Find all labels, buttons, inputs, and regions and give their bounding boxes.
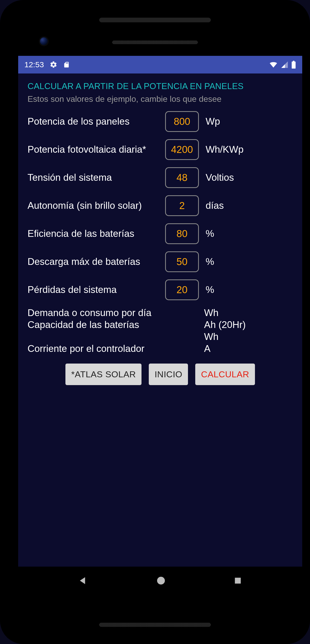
input-bat-eff[interactable]: 80: [165, 223, 199, 244]
nav-back-icon[interactable]: [78, 575, 89, 586]
svg-point-0: [157, 577, 165, 585]
label-capacity: Capacidad de las baterías: [28, 319, 204, 330]
label-pv-daily: Potencia fotovoltaica diaria*: [28, 144, 165, 155]
outputs: Demanda o consumo por día Wh Capacidad d…: [28, 307, 293, 354]
output-row-capacity-wh: Wh: [28, 331, 293, 342]
battery-icon: [291, 61, 296, 69]
label-bat-eff: Eficiencia de las baterías: [28, 228, 165, 239]
phone-speaker-bottom: [99, 623, 211, 627]
unit-demand: Wh: [204, 307, 219, 318]
input-bat-dod[interactable]: 50: [165, 251, 199, 272]
input-row-panel-power: Potencia de los paneles 800 Wp: [28, 111, 293, 132]
status-left: 12:53: [24, 60, 70, 69]
unit-current: A: [204, 343, 211, 354]
calculate-button[interactable]: CALCULAR: [195, 364, 255, 385]
label-panel-power: Potencia de los paneles: [28, 116, 165, 127]
output-row-demand: Demanda o consumo por día Wh: [28, 307, 293, 318]
unit-panel-power: Wp: [206, 116, 220, 127]
phone-frame: 12:53: [0, 0, 310, 644]
status-right: [269, 61, 296, 69]
input-row-bat-eff: Eficiencia de las baterías 80 %: [28, 223, 293, 244]
phone-speaker: [112, 41, 198, 44]
signal-icon: [281, 61, 288, 68]
button-row: *ATLAS SOLAR INICIO CALCULAR: [28, 364, 293, 385]
unit-sys-loss: %: [206, 284, 214, 295]
input-row-sys-loss: Pérdidas del sistema 20 %: [28, 279, 293, 300]
label-current: Corriente por el controlador: [28, 343, 204, 354]
unit-bat-eff: %: [206, 228, 214, 239]
gear-icon: [50, 61, 57, 69]
unit-voltage: Voltios: [206, 172, 234, 183]
unit-pv-daily: Wh/KWp: [206, 144, 244, 155]
label-autonomy: Autonomía (sin brillo solar): [28, 200, 165, 211]
input-sys-loss[interactable]: 20: [165, 279, 199, 300]
nav-bar: [18, 567, 302, 595]
status-bar: 12:53: [18, 56, 302, 73]
screen: 12:53: [18, 56, 302, 595]
nav-recent-icon[interactable]: [233, 576, 242, 585]
page-title: CALCULAR A PARTIR DE LA POTENCIA EN PANE…: [28, 81, 293, 91]
input-row-bat-dod: Descarga máx de baterías 50 %: [28, 251, 293, 272]
page-subtitle: Estos son valores de ejemplo, cambie los…: [28, 94, 293, 104]
label-voltage: Tensión del sistema: [28, 172, 165, 183]
content: CALCULAR A PARTIR DE LA POTENCIA EN PANE…: [18, 73, 302, 385]
front-camera: [39, 36, 49, 46]
input-panel-power[interactable]: 800: [165, 111, 199, 132]
label-sys-loss: Pérdidas del sistema: [28, 284, 165, 295]
label-bat-dod: Descarga máx de baterías: [28, 256, 165, 267]
input-row-autonomy: Autonomía (sin brillo solar) 2 días: [28, 195, 293, 216]
unit-capacity-ah: Ah (20Hr): [204, 319, 246, 330]
sd-card-icon: [63, 61, 70, 69]
unit-capacity-wh: Wh: [204, 331, 219, 342]
home-button[interactable]: INICIO: [149, 364, 188, 385]
output-row-capacity-ah: Capacidad de las baterías Ah (20Hr): [28, 319, 293, 330]
phone-top-slot: [99, 18, 211, 22]
clock: 12:53: [24, 60, 44, 69]
phone-bezel: 12:53: [5, 5, 305, 639]
wifi-icon: [269, 61, 278, 68]
label-demand: Demanda o consumo por día: [28, 307, 204, 318]
output-row-current: Corriente por el controlador A: [28, 343, 293, 354]
unit-bat-dod: %: [206, 256, 214, 267]
atlas-solar-button[interactable]: *ATLAS SOLAR: [65, 364, 141, 385]
input-row-voltage: Tensión del sistema 48 Voltios: [28, 167, 293, 188]
input-voltage[interactable]: 48: [165, 167, 199, 188]
input-row-pv-daily: Potencia fotovoltaica diaria* 4200 Wh/KW…: [28, 139, 293, 160]
nav-home-icon[interactable]: [156, 576, 166, 585]
svg-rect-1: [235, 578, 241, 584]
input-pv-daily[interactable]: 4200: [165, 139, 199, 160]
unit-autonomy: días: [206, 200, 224, 211]
input-autonomy[interactable]: 2: [165, 195, 199, 216]
